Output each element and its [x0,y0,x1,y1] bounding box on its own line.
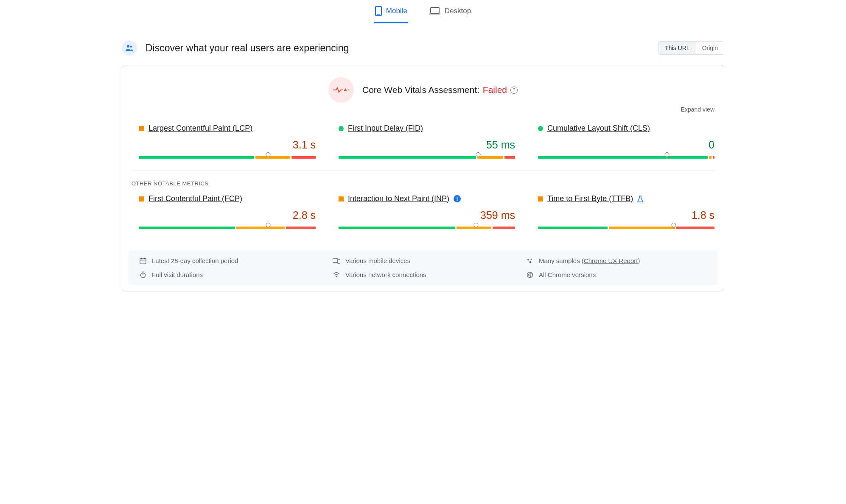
info-connections: Various network connections [333,271,513,278]
metric-name-link[interactable]: Time to First Byte (TTFB) [547,194,633,203]
metric-name-link[interactable]: First Contentful Paint (FCP) [148,194,242,203]
toggle-origin[interactable]: Origin [696,42,724,54]
page-title: Discover what your real users are experi… [146,42,349,54]
devices-icon [333,258,340,264]
metric-card: Interaction to Next Paint (INP) i 359 ms [339,194,515,229]
other-metrics-grid: First Contentful Paint (FCP) 2.8 s Inter… [122,187,724,241]
metric-bar [139,227,316,229]
chrome-icon [526,272,534,278]
svg-rect-14 [333,263,338,263]
svg-rect-7 [348,90,349,90]
scope-toggle: This URL Origin [658,41,724,55]
metric-value: 2.8 s [139,209,316,221]
bar-marker [474,223,479,227]
bar-marker [476,152,480,157]
assessment-banner: Core Web Vitals Assessment: Failed ? [122,77,724,103]
laptop-icon [429,7,440,15]
vitals-card: Core Web Vitals Assessment: Failed ? Exp… [122,65,724,291]
metric-card: First Input Delay (FID) 55 ms [339,124,515,159]
svg-point-5 [130,46,132,48]
svg-point-23 [336,276,337,277]
metric-name-link[interactable]: Interaction to Next Paint (INP) [348,194,449,203]
svg-point-18 [529,261,532,263]
core-metrics-grid: Largest Contentful Paint (LCP) 3.1 s Fir… [122,116,724,171]
assessment-status: Failed [483,85,507,95]
svg-point-17 [531,258,532,260]
svg-point-16 [527,259,529,260]
metric-value: 3.1 s [139,139,316,151]
wifi-icon [333,272,340,278]
status-square [538,196,543,202]
status-dot [339,126,344,131]
device-tabs: Mobile Desktop [122,0,724,23]
svg-marker-6 [344,88,347,91]
toggle-this-url[interactable]: This URL [659,42,695,54]
tab-desktop-label: Desktop [445,7,471,15]
metric-value: 1.8 s [538,209,714,221]
flask-icon [637,196,643,202]
status-dot [538,126,543,131]
svg-rect-1 [377,14,380,15]
svg-rect-3 [429,14,440,14]
info-period: Latest 28-day collection period [139,257,320,264]
phone-icon [375,6,382,16]
metric-value: 359 ms [339,209,515,221]
status-square [339,196,344,202]
assessment-label: Core Web Vitals Assessment: [362,85,479,95]
pulse-fail-icon [328,77,354,103]
metric-bar [339,156,515,159]
svg-rect-21 [142,272,144,272]
users-icon [122,40,137,56]
svg-point-4 [127,45,129,48]
metric-bar [339,227,515,229]
metric-bar [139,156,316,159]
metric-bar [538,227,714,229]
metric-name-link[interactable]: Cumulative Layout Shift (CLS) [547,124,650,133]
crux-report-link[interactable]: Chrome UX Report [584,257,638,264]
metric-bar [538,156,714,159]
status-square [139,126,144,131]
info-durations: Full visit durations [139,271,320,278]
info-samples: Many samples (Chrome UX Report) [526,257,707,264]
info-devices: Various mobile devices [333,257,513,264]
metric-card: First Contentful Paint (FCP) 2.8 s [139,194,316,229]
metric-name-link[interactable]: Largest Contentful Paint (LCP) [148,124,252,133]
help-icon[interactable]: ? [510,87,518,94]
info-versions: All Chrome versions [526,271,707,278]
metric-card: Cumulative Layout Shift (CLS) 0 [538,124,714,159]
other-metrics-label: OTHER NOTABLE METRICS [122,171,724,187]
tab-mobile-label: Mobile [386,7,407,15]
expand-view-button[interactable]: Expand view [122,106,724,116]
svg-rect-15 [338,259,340,263]
svg-rect-11 [141,258,142,259]
scatter-icon [526,258,534,264]
metric-card: Largest Contentful Paint (LCP) 3.1 s [139,124,316,159]
metric-value: 55 ms [339,139,515,151]
bar-marker [664,152,669,157]
tab-desktop[interactable]: Desktop [429,3,472,23]
metric-value: 0 [538,139,714,151]
svg-rect-12 [144,258,145,259]
svg-rect-9 [140,258,146,264]
bar-marker [672,223,676,227]
tab-mobile[interactable]: Mobile [374,3,408,23]
svg-rect-2 [431,8,439,13]
bar-marker [266,152,270,157]
header-row: Discover what your real users are experi… [122,40,724,56]
calendar-icon [139,258,147,264]
info-footer: Latest 28-day collection period Various … [128,250,718,285]
bar-marker [266,223,270,227]
svg-rect-13 [333,258,338,262]
status-square [139,196,144,202]
stopwatch-icon [139,272,147,278]
info-icon[interactable]: i [454,195,461,202]
metric-name-link[interactable]: First Input Delay (FID) [348,124,423,133]
metric-card: Time to First Byte (TTFB) 1.8 s [538,194,714,229]
